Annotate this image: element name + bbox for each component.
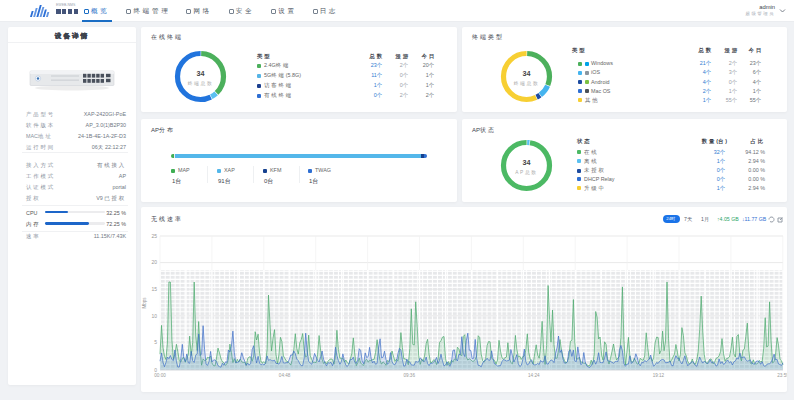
svg-text:Mbps: Mbps (142, 297, 147, 309)
svg-text:23:59: 23:59 (777, 373, 787, 378)
svg-text:34: 34 (197, 69, 205, 78)
svg-text:04:48: 04:48 (279, 373, 291, 378)
svg-text:0: 0 (154, 367, 157, 373)
svg-text:AP总数: AP总数 (515, 170, 537, 175)
svg-text:5: 5 (154, 339, 157, 345)
svg-text:19:12: 19:12 (653, 373, 665, 378)
svg-text:34: 34 (523, 69, 531, 78)
svg-text:25: 25 (151, 233, 157, 239)
svg-text:15: 15 (151, 286, 157, 292)
svg-text:10: 10 (151, 313, 157, 319)
svg-text:34: 34 (523, 158, 531, 167)
svg-text:终端总数: 终端总数 (188, 81, 214, 86)
svg-text:终端总数: 终端总数 (514, 81, 540, 86)
svg-text:20: 20 (151, 259, 157, 265)
svg-text:14:24: 14:24 (528, 373, 540, 378)
svg-text:09:36: 09:36 (403, 373, 415, 378)
svg-text:00:00: 00:00 (154, 373, 166, 378)
